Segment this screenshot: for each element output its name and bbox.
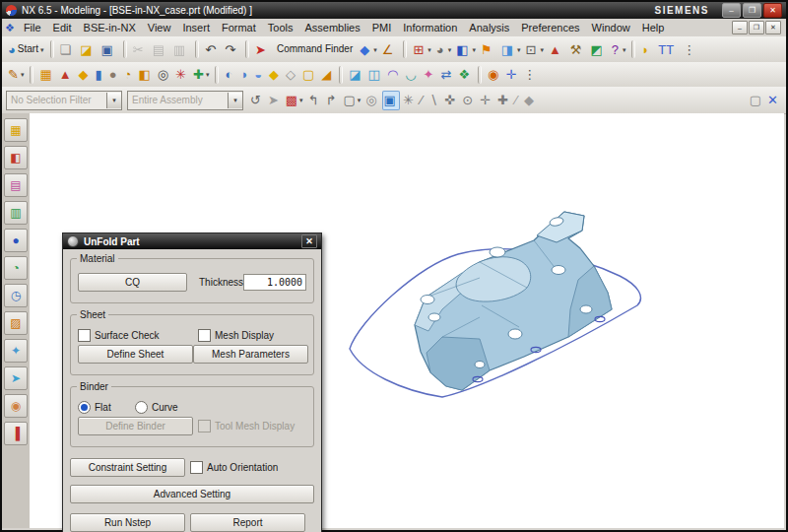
separator[interactable] <box>245 40 249 58</box>
paste-icon[interactable]: ▥ <box>171 39 191 59</box>
through-curves-icon[interactable]: ◡ <box>403 65 420 85</box>
control-point-icon[interactable]: ∖ <box>427 91 441 110</box>
run-nstep-button[interactable]: Run Nstep <box>70 513 185 532</box>
snap-point-icon[interactable]: ▣ <box>382 91 400 110</box>
sphere-icon[interactable]: ● <box>107 65 121 85</box>
part-3d-model[interactable] <box>332 179 657 406</box>
flag-icon[interactable]: ⚑ <box>479 39 498 59</box>
stop-at-intersection-icon[interactable]: ◎ <box>363 91 380 110</box>
separator[interactable] <box>30 66 33 84</box>
advanced-setting-button[interactable]: Advanced Setting <box>70 485 314 503</box>
separator[interactable] <box>123 40 127 58</box>
web-browser-icon[interactable]: ◔ <box>4 256 28 280</box>
datum-csys-icon[interactable]: ✚ ▾ <box>191 65 211 85</box>
selection-type-filter-combo[interactable]: No Selection Filter ▾ <box>6 91 122 110</box>
define-sheet-button[interactable]: Define Sheet <box>78 345 193 364</box>
select-arrow-icon[interactable]: ➤ <box>266 91 283 110</box>
start-menu-button[interactable]: ◕ Start ▾ <box>6 39 46 59</box>
help-icon[interactable]: ? ▾ <box>610 39 628 59</box>
graphics-viewport[interactable]: UnFold Part ✕ Material CQ Thickness Shee… <box>30 113 784 528</box>
dialog-title-bar[interactable]: UnFold Part ✕ <box>63 233 321 249</box>
subtract-icon[interactable]: ◑ <box>237 65 251 85</box>
menu-item[interactable]: BSE-in-NX <box>78 21 142 34</box>
point-on-curve-icon[interactable]: ∕ <box>513 91 521 110</box>
selection-scope-combo[interactable]: Entire Assembly ▾ <box>127 91 243 110</box>
menu-item[interactable]: Format <box>216 21 262 34</box>
next-selection-icon[interactable]: ↱ <box>324 91 341 110</box>
touch-panel-icon[interactable]: ▐ <box>4 422 28 445</box>
history-icon[interactable]: ◷ <box>4 284 28 307</box>
chamfer-icon[interactable]: ◇ <box>284 65 299 85</box>
menu-item[interactable]: Help <box>636 21 671 34</box>
sketch-icon[interactable]: ✎ ▾ <box>6 65 26 85</box>
hole-icon[interactable]: ◎ <box>156 65 172 85</box>
auto-orientation-checkbox[interactable] <box>190 461 203 474</box>
move-object-icon[interactable]: ⇄ <box>439 65 456 85</box>
revolve-icon[interactable]: ◔ <box>122 65 136 85</box>
separator[interactable] <box>195 40 199 58</box>
menu-item[interactable]: Edit <box>47 21 78 34</box>
dialog-close-icon[interactable]: ✕ <box>301 234 317 248</box>
minimize-button[interactable]: – <box>722 3 741 18</box>
curve-icon[interactable]: ✳ <box>173 65 190 85</box>
window-display-icon[interactable]: ⊞ ▾ <box>411 39 432 59</box>
menu-item[interactable]: Information <box>397 21 463 34</box>
menu-item[interactable]: Assemblies <box>298 21 365 34</box>
viewport-close-icon[interactable]: ✕ <box>765 91 780 110</box>
n-sided-surface-icon[interactable]: ✦ <box>422 65 438 85</box>
measure-icon[interactable]: ∠ <box>380 39 400 59</box>
arc-center-icon[interactable]: ⊙ <box>460 91 477 110</box>
roles-icon[interactable]: ◉ <box>4 394 28 418</box>
previous-selection-icon[interactable]: ↰ <box>306 91 323 110</box>
menu-item[interactable]: View <box>142 21 177 34</box>
highlight-icon[interactable]: ▩ ▾ <box>284 91 305 110</box>
menu-item[interactable]: Tools <box>262 21 299 34</box>
rectangle-select-icon[interactable]: ▢ ▾ <box>341 91 362 110</box>
cut-icon[interactable]: ✂ <box>131 39 150 59</box>
curve-radio[interactable] <box>135 401 148 414</box>
open-file-icon[interactable]: ◪ <box>78 39 98 59</box>
selection-scope-reset-icon[interactable]: ↺ <box>248 91 265 110</box>
separator[interactable] <box>631 40 635 58</box>
instance-feature-icon[interactable]: ❖ <box>456 65 474 85</box>
new-file-icon[interactable]: ❏ <box>58 39 78 59</box>
menu-item[interactable]: Insert <box>176 21 216 34</box>
material-cq-button[interactable]: CQ <box>78 273 187 292</box>
assembly-navigator-icon[interactable]: ▦ <box>4 118 28 142</box>
reuse-library-icon[interactable]: ▥ <box>4 201 28 225</box>
cone-icon[interactable]: ▲ <box>57 65 76 85</box>
menu-item[interactable]: Window <box>586 21 636 34</box>
boss-icon[interactable]: ◆ <box>77 65 93 85</box>
menu-item[interactable]: PMI <box>366 21 398 34</box>
swept-icon[interactable]: ◠ <box>385 65 402 85</box>
mdi-window-button[interactable]: ❐ <box>749 21 764 34</box>
point-on-face-icon[interactable]: ◆ <box>522 91 538 110</box>
command-finder-button[interactable]: Command Finder <box>273 39 357 59</box>
chevron-down-icon[interactable]: ▾ <box>106 93 121 108</box>
end-point-icon[interactable]: ✳ <box>401 91 418 110</box>
layout-icon[interactable]: ⊡ ▾ <box>523 39 545 59</box>
redo-icon[interactable]: ↷ <box>223 39 241 59</box>
manufacturing-wizards-icon[interactable]: ✦ <box>4 339 28 363</box>
chevron-down-icon[interactable]: ▾ <box>228 93 242 108</box>
mdi-window-button[interactable]: – <box>732 21 748 34</box>
trim-body-icon[interactable]: ◪ <box>347 65 364 85</box>
function-navigator-icon[interactable]: ➤ <box>4 366 28 390</box>
cylinder-icon[interactable]: ▮ <box>94 65 106 85</box>
separator[interactable] <box>339 66 343 84</box>
constraint-navigator-icon[interactable]: ◧ <box>4 146 28 169</box>
touch-mode-icon[interactable]: ➤ <box>253 39 272 59</box>
process-studio-icon[interactable]: ▨ <box>4 311 28 335</box>
separator[interactable] <box>215 66 219 84</box>
draft-icon[interactable]: ◢ <box>319 65 335 85</box>
utilities-icon[interactable]: ⚒ <box>568 39 588 59</box>
edit-object-display-icon[interactable]: ◕ ▾ <box>434 39 453 59</box>
define-binder-button[interactable]: Define Binder <box>78 417 193 435</box>
show-hide-icon[interactable]: ◨ ▾ <box>499 39 523 59</box>
mid-point-icon[interactable]: ∕ <box>419 91 427 110</box>
mesh-parameters-button[interactable]: Mesh Parameters <box>193 345 308 364</box>
title-bar[interactable]: NX 6.5 - Modeling - [BSE-in-NX_case.prt … <box>2 2 786 19</box>
role-icon[interactable]: ◗ <box>639 39 655 59</box>
hd3d-tools-icon[interactable]: ● <box>4 229 28 252</box>
overflow-icon[interactable]: ⋮ <box>681 39 701 59</box>
